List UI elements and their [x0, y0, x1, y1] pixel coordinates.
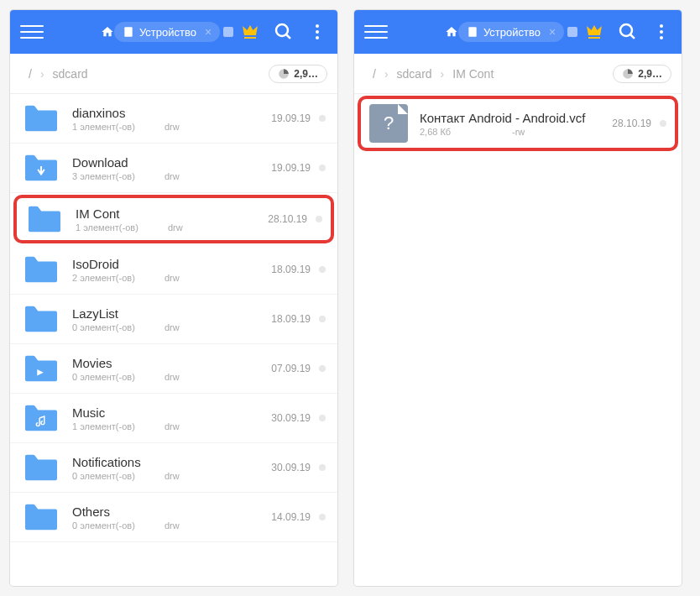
selection-dot[interactable] — [319, 514, 326, 520]
close-icon[interactable]: × — [549, 25, 556, 39]
file-info: LazyList0 элемент(-ов)drw — [72, 306, 271, 332]
svg-point-5 — [620, 24, 632, 36]
list-item[interactable]: IsoDroid2 элемент(-ов)drw18.09.19 — [10, 245, 337, 295]
menu-icon[interactable] — [20, 20, 44, 44]
selection-dot[interactable] — [319, 115, 326, 122]
storage-badge[interactable]: 2,9… — [269, 65, 327, 83]
folder-icon — [22, 102, 60, 134]
file-perm: drw — [165, 273, 215, 283]
list-item[interactable]: Movies0 элемент(-ов)drw07.09.19 — [10, 344, 337, 394]
home-icon[interactable] — [445, 25, 458, 39]
more-icon[interactable] — [651, 22, 671, 42]
folder-icon — [22, 353, 60, 384]
home-icon[interactable] — [101, 25, 114, 39]
svg-line-2 — [286, 34, 290, 39]
selection-dot[interactable] — [319, 165, 326, 171]
file-icon: ? — [369, 104, 408, 143]
folder-icon — [25, 203, 64, 235]
file-meta: 2,68 Кб-rw — [420, 127, 612, 137]
phone-right: Устройство × / › sdcard › IM Cont 2,9… ?… — [354, 10, 682, 586]
selection-dot[interactable] — [319, 415, 326, 421]
menu-icon[interactable] — [364, 20, 388, 44]
file-info: Music1 элемент(-ов)drw — [72, 405, 271, 431]
file-info: Movies0 элемент(-ов)drw — [72, 356, 271, 382]
chip-label: Устройство — [139, 26, 196, 39]
pie-icon — [278, 68, 290, 80]
search-icon[interactable] — [618, 22, 638, 42]
storage-text: 2,9… — [294, 68, 318, 80]
file-date: 19.09.19 — [271, 162, 311, 174]
selection-dot[interactable] — [319, 266, 326, 273]
breadcrumb-item[interactable]: / — [364, 67, 384, 81]
more-icon[interactable] — [307, 22, 327, 42]
tab-chip-group: Устройство × — [445, 22, 577, 42]
selection-dot[interactable] — [319, 365, 326, 372]
file-info: dianxinos1 элемент(-ов)drw — [72, 106, 271, 132]
file-meta: 0 элемент(-ов)drw — [72, 372, 271, 382]
file-perm: drw — [165, 372, 215, 382]
file-perm: drw — [165, 171, 215, 181]
file-name: Music — [72, 405, 271, 420]
file-date: 07.09.19 — [271, 363, 311, 374]
file-date: 18.09.19 — [271, 264, 311, 275]
crown-icon[interactable] — [240, 22, 260, 42]
breadcrumb: / › sdcard › IM Cont 2,9… — [354, 54, 682, 94]
tab-indicator — [567, 27, 577, 37]
file-name: Download — [72, 155, 271, 170]
list-item[interactable]: Notifications0 элемент(-ов)drw30.09.19 — [10, 443, 337, 493]
file-date: 18.09.19 — [271, 313, 311, 325]
file-perm: drw — [165, 520, 215, 531]
file-date: 30.09.19 — [271, 462, 311, 473]
breadcrumb-item[interactable]: / — [20, 67, 40, 81]
list-item[interactable]: Download3 элемент(-ов)drw19.09.19 — [10, 144, 337, 193]
list-item[interactable]: IM Cont1 элемент(-ов)drw28.10.19 — [13, 195, 334, 243]
topbar: Устройство × — [354, 10, 682, 54]
file-size: 1 элемент(-ов) — [72, 421, 165, 431]
topbar: Устройство × — [10, 10, 337, 54]
device-tab-chip[interactable]: Устройство × — [458, 22, 564, 42]
crown-icon[interactable] — [584, 22, 604, 42]
file-list[interactable]: ?Контакт Android - Android.vcf2,68 Кб-rw… — [354, 94, 682, 586]
breadcrumb-item[interactable]: sdcard — [389, 67, 441, 81]
svg-line-6 — [630, 34, 635, 39]
folder-icon — [22, 402, 60, 434]
list-item[interactable]: Music1 элемент(-ов)drw30.09.19 — [10, 394, 337, 443]
folder-icon — [22, 254, 60, 285]
breadcrumb-item[interactable]: IM Cont — [444, 67, 502, 81]
close-icon[interactable]: × — [205, 25, 212, 39]
file-date: 14.09.19 — [271, 511, 311, 523]
file-size: 2,68 Кб — [420, 127, 512, 137]
search-icon[interactable] — [274, 22, 294, 42]
file-perm: drw — [165, 471, 215, 481]
breadcrumb: / › sdcard 2,9… — [10, 54, 337, 94]
file-perm: drw — [165, 421, 215, 431]
list-item[interactable]: Others0 элемент(-ов)drw14.09.19 — [10, 493, 337, 542]
list-item[interactable]: ?Контакт Android - Android.vcf2,68 Кб-rw… — [358, 96, 678, 151]
folder-icon — [22, 152, 60, 184]
device-icon — [123, 26, 134, 38]
file-info: Download3 элемент(-ов)drw — [72, 155, 271, 181]
file-meta: 2 элемент(-ов)drw — [72, 273, 271, 283]
list-item[interactable]: LazyList0 элемент(-ов)drw18.09.19 — [10, 295, 337, 344]
file-info: Контакт Android - Android.vcf2,68 Кб-rw — [420, 111, 612, 137]
selection-dot[interactable] — [319, 316, 326, 322]
file-size: 0 элемент(-ов) — [72, 372, 165, 382]
tab-chip-group: Устройство × — [101, 22, 233, 42]
list-item[interactable]: dianxinos1 элемент(-ов)drw19.09.19 — [10, 94, 337, 144]
file-info: Others0 элемент(-ов)drw — [72, 505, 271, 531]
selection-dot[interactable] — [660, 120, 666, 127]
svg-point-1 — [276, 24, 288, 36]
selection-dot[interactable] — [316, 216, 322, 222]
device-tab-chip[interactable]: Устройство × — [114, 22, 220, 42]
storage-text: 2,9… — [638, 68, 662, 80]
breadcrumb-item[interactable]: sdcard — [44, 67, 97, 81]
file-date: 19.09.19 — [271, 112, 311, 124]
file-perm: drw — [165, 122, 215, 132]
file-date: 28.10.19 — [268, 213, 307, 225]
file-name: Movies — [72, 356, 271, 370]
storage-badge[interactable]: 2,9… — [613, 65, 671, 83]
folder-icon — [22, 452, 60, 484]
selection-dot[interactable] — [319, 464, 326, 471]
file-list[interactable]: dianxinos1 элемент(-ов)drw19.09.19Downlo… — [10, 94, 337, 586]
file-name: IM Cont — [76, 207, 268, 221]
